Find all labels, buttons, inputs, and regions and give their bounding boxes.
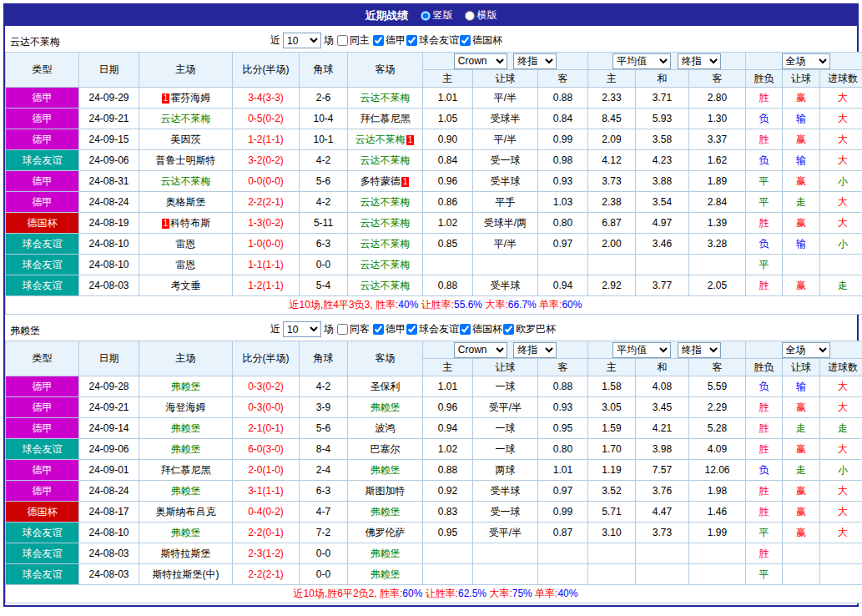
handicap-result-cell: 赢	[783, 88, 820, 109]
same-venue-filter[interactable]: 同主	[336, 33, 370, 48]
team-name: 弗赖堡	[171, 422, 201, 434]
score-cell: 2-1(0-1)	[233, 418, 300, 439]
league-filters: 德甲球会友谊德国杯欧罗巴杯	[372, 322, 556, 337]
league-checkbox[interactable]	[406, 35, 417, 46]
avg-draw-cell: 4.47	[636, 502, 689, 523]
score-cell: 1-2(1-1)	[233, 275, 300, 296]
league-filter[interactable]: 德甲	[372, 33, 406, 48]
odds-time-select[interactable]: 终指	[513, 342, 557, 358]
col-date: 日期	[79, 53, 139, 88]
horizontal-layout-radio[interactable]	[465, 11, 475, 21]
goals-result-cell: 走	[820, 418, 862, 439]
avg-source-select[interactable]: 平均值	[612, 53, 671, 69]
col-result: 胜负	[746, 359, 783, 376]
col-date: 日期	[79, 341, 139, 376]
corner-cell: 5-11	[300, 213, 348, 234]
match-row: 德甲24-09-28弗赖堡0-3(0-2)4-2圣保利1.01一球0.881.5…	[6, 376, 862, 397]
corner-cell: 4-2	[300, 150, 348, 171]
result-cell: 平	[746, 523, 783, 543]
league-filter[interactable]: 球会友谊	[406, 322, 459, 336]
vertical-layout-label: 竖版	[433, 8, 453, 23]
team-name: 圣保利	[371, 381, 401, 392]
league-filter[interactable]: 德国杯	[459, 322, 502, 336]
same-venue-checkbox[interactable]	[337, 35, 348, 46]
period-select[interactable]: 全场	[782, 53, 830, 69]
team-name: 奥斯纳布吕克	[156, 506, 216, 518]
col-handicap-result: 让球	[783, 70, 820, 88]
league-filter[interactable]: 欧罗巴杯	[502, 322, 556, 336]
result-cell: 胜	[746, 397, 783, 418]
avg-draw-cell: 3.77	[636, 275, 689, 296]
odds-home-cell: 0.85	[423, 234, 473, 255]
red-card-badge: 1	[162, 219, 170, 229]
avg-time-select[interactable]: 终指	[678, 53, 721, 69]
match-count-select[interactable]: 10	[283, 321, 321, 337]
team-section-1: 云达不莱梅 近 10 场 同主 德甲球会友谊德国杯	[5, 32, 857, 315]
col-corner: 角球	[300, 53, 348, 88]
result-cell: 平	[746, 192, 783, 213]
odds-home-cell: 0.95	[423, 523, 473, 543]
away-team-cell: 多特蒙德1	[348, 171, 423, 192]
league-type-cell: 球会友谊	[6, 543, 79, 564]
same-venue-label: 同客	[350, 322, 370, 336]
date-cell: 24-09-21	[79, 397, 139, 418]
odds-source-header: Crown 终指	[423, 341, 588, 359]
match-row: 德国杯24-08-191科特布斯1-3(0-2)5-11云达不莱梅1.02受球半…	[6, 213, 862, 234]
match-row: 德甲24-08-24奥格斯堡2-2(2-1)4-2云达不莱梅0.86平手1.03…	[6, 192, 862, 213]
league-checkbox[interactable]	[460, 35, 471, 46]
corner-cell: 3-9	[300, 397, 348, 418]
league-filter[interactable]: 德甲	[372, 322, 406, 336]
home-team-cell: 考文垂	[139, 275, 233, 296]
away-team-cell: 弗赖堡	[348, 460, 423, 481]
league-checkbox[interactable]	[373, 324, 384, 335]
match-row: 球会友谊24-08-10弗赖堡2-2(0-1)7-2佛罗伦萨0.95受平/半0.…	[6, 523, 862, 543]
league-checkbox[interactable]	[460, 324, 471, 335]
col-type: 类型	[6, 53, 79, 88]
avg-source-select[interactable]: 平均值	[612, 342, 671, 358]
match-row: 德甲24-09-15美因茨1-2(1-1)10-1云达不莱梅10.90平/半0.…	[6, 129, 862, 150]
odds-time-select[interactable]: 终指	[513, 53, 557, 69]
layout-radio-vertical[interactable]: 竖版	[421, 8, 453, 23]
match-count-select[interactable]: 10	[283, 33, 321, 48]
corner-cell: 6-3	[300, 481, 348, 502]
match-row: 球会友谊24-08-10雷恩1-0(0-0)6-3云达不莱梅0.85平/半0.9…	[6, 234, 862, 255]
odds-away-cell: 0.88	[538, 88, 588, 109]
avg-draw-cell: 3.98	[636, 439, 689, 460]
bookmaker-select[interactable]: Crown	[454, 53, 507, 69]
avg-home-cell: 1.19	[588, 460, 636, 481]
avg-time-select[interactable]: 终指	[678, 342, 721, 358]
odds-away-cell: 0.88	[538, 376, 588, 397]
league-filter[interactable]: 球会友谊	[406, 33, 459, 48]
avg-home-cell: 8.45	[588, 109, 636, 129]
league-filter[interactable]: 德国杯	[459, 33, 502, 48]
corner-cell: 10-4	[300, 109, 348, 129]
vertical-layout-radio[interactable]	[421, 11, 431, 21]
period-select[interactable]: 全场	[782, 342, 830, 358]
corner-cell: 6-3	[300, 234, 348, 255]
same-venue-filter[interactable]: 同客	[336, 322, 370, 336]
away-team-cell: 弗赖堡	[348, 543, 423, 564]
odds-home-cell: 0.83	[423, 502, 473, 523]
avg-draw-cell: 3.58	[636, 129, 689, 150]
result-cell: 负	[746, 150, 783, 171]
odds-home-cell: 1.02	[423, 213, 473, 234]
odds-home-cell	[423, 255, 473, 275]
odds-home-cell: 1.02	[423, 439, 473, 460]
layout-radio-horizontal[interactable]: 横版	[465, 8, 497, 23]
score-cell: 0-4(0-2)	[233, 502, 300, 523]
league-checkbox[interactable]	[373, 35, 384, 46]
league-checkbox[interactable]	[406, 324, 417, 335]
team-name: 云达不莱梅	[360, 280, 411, 291]
league-checkbox[interactable]	[503, 324, 514, 335]
handicap-line-cell: 平/半	[473, 88, 538, 109]
bookmaker-select[interactable]: Crown	[454, 342, 507, 358]
avg-away-cell: 1.99	[689, 523, 746, 543]
same-venue-checkbox[interactable]	[337, 324, 348, 335]
col-home: 主场	[139, 341, 233, 376]
league-label: 球会友谊	[419, 33, 459, 48]
home-team-cell: 弗赖堡	[139, 418, 233, 439]
odds-away-cell	[538, 564, 588, 585]
result-cell: 胜	[746, 88, 783, 109]
team-name: 波鸿	[376, 422, 396, 434]
avg-home-cell: 2.09	[588, 129, 636, 150]
